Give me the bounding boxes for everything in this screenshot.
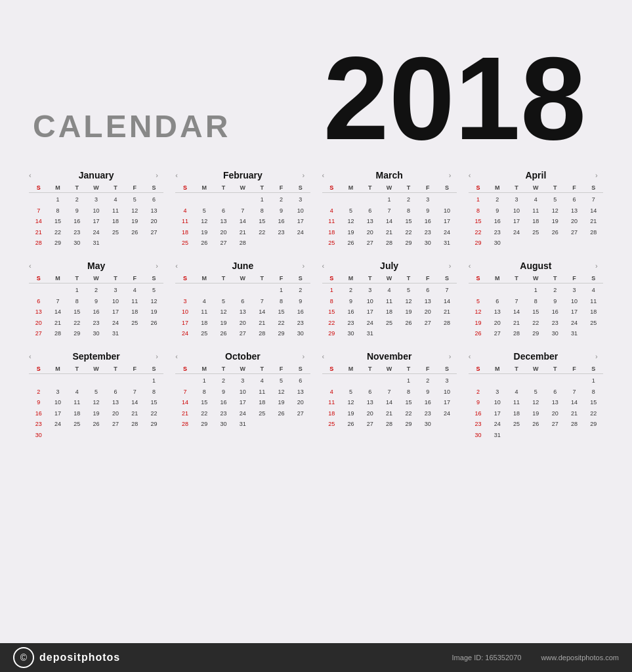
calendar-day-cell[interactable]: 10	[291, 205, 310, 217]
calendar-day-cell[interactable]: 23	[291, 318, 310, 329]
calendar-day-cell[interactable]: 4	[195, 296, 214, 307]
prev-month-february-arrow[interactable]: ‹	[175, 171, 183, 179]
calendar-day-cell[interactable]: 18	[526, 216, 545, 227]
calendar-day-cell[interactable]: 30	[341, 328, 360, 339]
calendar-day-cell[interactable]: 1	[584, 375, 603, 387]
calendar-day-cell[interactable]: 8	[68, 296, 87, 307]
calendar-day-cell[interactable]: 30	[214, 419, 233, 430]
calendar-day-cell[interactable]: 15	[322, 306, 341, 318]
calendar-day-cell[interactable]: 9	[488, 205, 507, 217]
calendar-day-cell[interactable]: 7	[379, 387, 398, 398]
calendar-day-cell[interactable]: 10	[87, 205, 106, 217]
calendar-day-cell[interactable]: 15	[469, 216, 488, 227]
calendar-day-cell[interactable]: 19	[545, 216, 564, 227]
calendar-day-cell[interactable]: 26	[144, 318, 163, 329]
calendar-day-cell[interactable]: 19	[526, 408, 545, 419]
calendar-day-cell[interactable]: 3	[488, 387, 507, 398]
calendar-day-cell[interactable]: 4	[106, 194, 125, 205]
calendar-day-cell[interactable]: 29	[399, 238, 418, 249]
calendar-day-cell[interactable]: 23	[29, 419, 48, 430]
prev-month-may-arrow[interactable]: ‹	[29, 262, 37, 270]
calendar-day-cell[interactable]: 6	[418, 285, 437, 296]
calendar-day-cell[interactable]: 5	[545, 194, 564, 205]
calendar-day-cell[interactable]: 29	[526, 328, 545, 339]
calendar-day-cell[interactable]: 9	[291, 296, 310, 307]
calendar-day-cell[interactable]: 7	[564, 387, 583, 398]
calendar-day-cell[interactable]: 9	[68, 205, 87, 217]
calendar-day-cell[interactable]: 26	[125, 227, 144, 238]
calendar-day-cell[interactable]: 20	[488, 318, 507, 329]
calendar-day-cell[interactable]: 14	[507, 306, 526, 318]
calendar-day-cell[interactable]: 7	[29, 205, 48, 217]
calendar-day-cell[interactable]: 11	[322, 216, 341, 227]
calendar-day-cell[interactable]: 12	[399, 296, 418, 307]
calendar-day-cell[interactable]: 10	[175, 306, 194, 318]
calendar-day-cell[interactable]: 6	[291, 375, 310, 387]
calendar-day-cell[interactable]: 23	[272, 227, 291, 238]
calendar-day-cell[interactable]: 10	[488, 397, 507, 408]
calendar-day-cell[interactable]: 3	[360, 285, 379, 296]
calendar-day-cell[interactable]: 2	[469, 387, 488, 398]
calendar-day-cell[interactable]: 29	[48, 238, 67, 249]
calendar-day-cell[interactable]: 5	[214, 296, 233, 307]
next-month-july-arrow[interactable]: ›	[449, 262, 457, 270]
calendar-day-cell[interactable]: 1	[272, 285, 291, 296]
calendar-day-cell[interactable]: 24	[48, 419, 67, 430]
calendar-day-cell[interactable]: 31	[488, 430, 507, 441]
calendar-day-cell[interactable]: 28	[29, 238, 48, 249]
calendar-day-cell[interactable]: 26	[469, 328, 488, 339]
calendar-day-cell[interactable]: 18	[507, 408, 526, 419]
calendar-day-cell[interactable]: 7	[584, 194, 603, 205]
calendar-day-cell[interactable]: 22	[68, 318, 87, 329]
calendar-day-cell[interactable]: 21	[584, 216, 603, 227]
calendar-day-cell[interactable]: 6	[564, 194, 583, 205]
next-month-september-arrow[interactable]: ›	[156, 352, 163, 360]
calendar-day-cell[interactable]: 24	[233, 408, 252, 419]
calendar-day-cell[interactable]: 11	[526, 205, 545, 217]
calendar-day-cell[interactable]: 31	[437, 238, 456, 249]
calendar-day-cell[interactable]: 2	[488, 194, 507, 205]
calendar-day-cell[interactable]: 8	[399, 205, 418, 217]
calendar-day-cell[interactable]: 3	[106, 285, 125, 296]
calendar-day-cell[interactable]: 17	[87, 216, 106, 227]
calendar-day-cell[interactable]: 25	[526, 227, 545, 238]
calendar-day-cell[interactable]: 20	[545, 408, 564, 419]
calendar-day-cell[interactable]: 24	[437, 227, 456, 238]
calendar-day-cell[interactable]: 28	[175, 419, 194, 430]
calendar-day-cell[interactable]: 4	[125, 285, 144, 296]
calendar-day-cell[interactable]: 5	[399, 285, 418, 296]
calendar-day-cell[interactable]: 3	[507, 194, 526, 205]
calendar-day-cell[interactable]: 19	[341, 227, 360, 238]
calendar-day-cell[interactable]: 30	[418, 238, 437, 249]
calendar-day-cell[interactable]: 7	[233, 205, 252, 217]
calendar-day-cell[interactable]: 13	[545, 397, 564, 408]
calendar-day-cell[interactable]: 6	[545, 387, 564, 398]
calendar-day-cell[interactable]: 15	[253, 216, 272, 227]
calendar-day-cell[interactable]: 22	[144, 408, 163, 419]
calendar-day-cell[interactable]: 8	[469, 205, 488, 217]
calendar-day-cell[interactable]: 1	[68, 285, 87, 296]
calendar-day-cell[interactable]: 6	[144, 194, 163, 205]
calendar-day-cell[interactable]: 12	[469, 306, 488, 318]
calendar-day-cell[interactable]: 10	[48, 397, 67, 408]
next-month-october-arrow[interactable]: ›	[303, 352, 310, 360]
calendar-day-cell[interactable]: 2	[68, 194, 87, 205]
calendar-day-cell[interactable]: 27	[545, 419, 564, 430]
calendar-day-cell[interactable]: 15	[144, 397, 163, 408]
calendar-day-cell[interactable]: 28	[48, 328, 67, 339]
calendar-day-cell[interactable]: 11	[584, 296, 603, 307]
calendar-day-cell[interactable]: 14	[379, 397, 398, 408]
calendar-day-cell[interactable]: 19	[195, 227, 214, 238]
calendar-day-cell[interactable]: 5	[341, 205, 360, 217]
calendar-day-cell[interactable]: 23	[469, 419, 488, 430]
calendar-day-cell[interactable]: 25	[322, 419, 341, 430]
calendar-day-cell[interactable]: 21	[564, 408, 583, 419]
prev-month-august-arrow[interactable]: ‹	[469, 262, 476, 270]
calendar-day-cell[interactable]: 25	[253, 408, 272, 419]
calendar-day-cell[interactable]: 14	[564, 397, 583, 408]
calendar-day-cell[interactable]: 8	[399, 387, 418, 398]
calendar-day-cell[interactable]: 26	[341, 238, 360, 249]
calendar-day-cell[interactable]: 6	[106, 387, 125, 398]
calendar-day-cell[interactable]: 12	[214, 306, 233, 318]
prev-month-april-arrow[interactable]: ‹	[469, 171, 476, 179]
